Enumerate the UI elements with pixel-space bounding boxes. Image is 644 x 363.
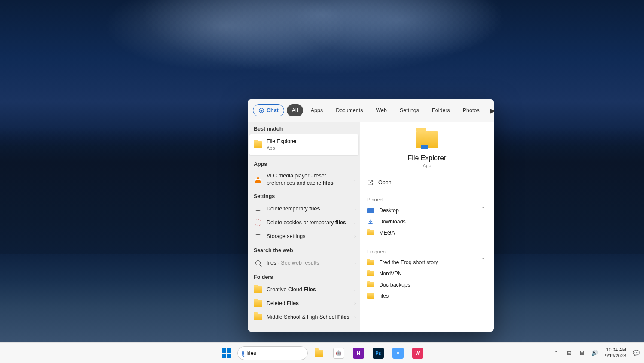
folder-icon <box>367 229 374 236</box>
folder-icon <box>367 281 374 288</box>
taskbar-search[interactable] <box>237 346 308 360</box>
clock-date: 9/19/2023 <box>605 353 626 359</box>
download-icon <box>367 218 374 225</box>
results-left-column: Best match File Explorer App Apps VLC me… <box>248 122 360 332</box>
vlc-icon <box>254 175 262 184</box>
chevron-right-icon: › <box>354 220 356 225</box>
result-subtitle: App <box>267 145 354 152</box>
tray-volume-icon[interactable]: 🔊 <box>590 349 599 357</box>
filter-all[interactable]: All <box>287 104 303 116</box>
taskbar-app-file-explorer[interactable] <box>310 345 328 362</box>
open-icon <box>367 180 373 186</box>
tray-notifications-icon[interactable]: 💬 <box>632 349 641 357</box>
group-search-web: Search the web <box>248 243 360 256</box>
taskbar-app-photoshop[interactable]: Ps <box>370 345 387 362</box>
filter-chat[interactable]: Chat <box>253 104 284 116</box>
filter-photos[interactable]: Photos <box>458 104 485 116</box>
result-vlc[interactable]: VLC media player - reset preferences and… <box>248 170 360 189</box>
chevron-right-icon: › <box>354 314 356 320</box>
tray-language-icon[interactable]: ⊞ <box>565 349 573 357</box>
search-results-popup: Chat All Apps Documents Web Settings Fol… <box>248 99 494 332</box>
pinned-downloads[interactable]: Downloads <box>366 216 488 227</box>
chevron-right-icon: › <box>354 287 356 292</box>
file-explorer-icon <box>315 350 323 357</box>
filter-chat-label: Chat <box>267 107 279 113</box>
group-folders: Folders <box>248 270 360 283</box>
desktop-icon <box>367 207 374 214</box>
folder-icon <box>254 285 262 294</box>
copilot-icon: 🤖 <box>333 348 344 359</box>
wondershare-icon: W <box>412 348 423 359</box>
chevron-right-icon: › <box>354 206 356 211</box>
results-detail-pane: File Explorer App Open ⌄ Pinned Desktop … <box>360 122 494 332</box>
chevron-right-icon: › <box>354 301 356 306</box>
taskbar-app-copilot[interactable]: 🤖 <box>330 345 347 362</box>
taskbar-app-wondershare[interactable]: W <box>409 345 426 362</box>
result-web-search[interactable]: files - See web results › <box>248 256 360 270</box>
folder-icon <box>254 313 262 321</box>
filter-all-label: All <box>292 107 298 113</box>
bing-chat-icon <box>258 107 264 113</box>
chevron-right-icon: › <box>354 177 356 182</box>
folder-icon <box>254 299 262 308</box>
tray-overflow-icon[interactable]: ˄ <box>552 349 560 357</box>
link-icon <box>254 232 262 241</box>
result-file-explorer[interactable]: File Explorer App <box>249 134 358 155</box>
folder-icon <box>367 270 374 277</box>
filter-web[interactable]: Web <box>371 104 392 116</box>
taskbar: 🤖 N Ps ≡ W ˄ ⊞ 🖥 🔊 10:34 AM 9/19/2023 💬 <box>0 342 644 363</box>
search-icon <box>254 259 262 267</box>
taskbar-clock[interactable]: 10:34 AM 9/19/2023 <box>603 347 628 358</box>
detail-title: File Explorer <box>366 154 488 162</box>
filter-folders[interactable]: Folders <box>427 104 455 116</box>
detail-header: File Explorer App <box>366 129 488 174</box>
action-open[interactable]: Open <box>366 174 488 191</box>
section-pinned: Pinned <box>366 191 488 205</box>
result-delete-cookies[interactable]: Delete cookies or temporary files › <box>248 216 360 229</box>
onenote-icon: N <box>353 348 364 359</box>
chevron-down-icon[interactable]: ⌄ <box>481 204 485 210</box>
section-frequent: Frequent <box>366 243 488 257</box>
notepad-icon: ≡ <box>392 348 404 359</box>
group-settings: Settings <box>248 189 360 202</box>
filter-documents[interactable]: Documents <box>331 104 368 116</box>
group-best-match: Best match <box>248 122 360 134</box>
cookie-icon <box>254 218 262 227</box>
frequent-item[interactable]: files <box>366 290 488 302</box>
chevron-right-icon: › <box>354 234 356 239</box>
taskbar-app-notepad[interactable]: ≡ <box>389 345 407 362</box>
pinned-desktop[interactable]: Desktop <box>366 205 488 216</box>
folder-icon <box>367 259 374 266</box>
start-button[interactable] <box>218 345 235 362</box>
taskbar-center: 🤖 N Ps ≡ W <box>218 345 426 362</box>
result-delete-temp[interactable]: Delete temporary files › <box>248 202 360 216</box>
windows-logo-icon <box>222 348 231 358</box>
taskbar-search-input[interactable] <box>246 350 319 356</box>
result-title: File Explorer <box>267 138 297 144</box>
taskbar-app-onenote[interactable]: N <box>350 345 367 362</box>
result-storage-settings[interactable]: Storage settings › <box>248 229 360 243</box>
pinned-mega[interactable]: MEGA <box>366 227 488 238</box>
filter-settings[interactable]: Settings <box>395 104 424 116</box>
frequent-item[interactable]: NordVPN <box>366 268 488 279</box>
folder-icon <box>367 293 374 299</box>
chevron-down-icon[interactable]: ⌄ <box>481 255 485 260</box>
more-filters-arrow-icon[interactable]: ▶ <box>487 105 494 116</box>
file-explorer-icon <box>254 140 262 149</box>
frequent-item[interactable]: Fred the Frog short story <box>366 257 488 268</box>
taskbar-tray: ˄ ⊞ 🖥 🔊 10:34 AM 9/19/2023 💬 <box>552 347 641 358</box>
photoshop-icon: Ps <box>373 348 384 359</box>
chevron-right-icon: › <box>354 260 356 265</box>
result-folder-deleted[interactable]: Deleted Files › <box>248 296 360 310</box>
result-folder-creative[interactable]: Creative Cloud Files › <box>248 283 360 296</box>
link-icon <box>254 204 262 213</box>
clock-time: 10:34 AM <box>605 347 626 353</box>
tray-network-icon[interactable]: 🖥 <box>577 349 586 357</box>
frequent-item[interactable]: Doc backups <box>366 279 488 290</box>
filter-apps[interactable]: Apps <box>306 104 328 116</box>
file-explorer-large-icon <box>416 131 438 148</box>
detail-subtitle: App <box>366 163 488 168</box>
search-icon <box>242 350 244 356</box>
result-folder-school[interactable]: Middle School & High School Files › <box>248 310 360 324</box>
group-apps: Apps <box>248 157 360 170</box>
